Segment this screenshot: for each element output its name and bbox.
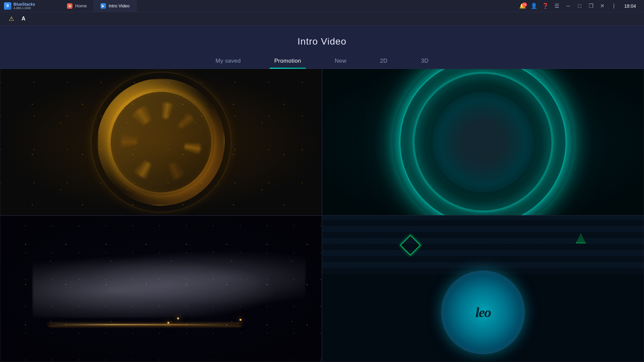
page-header: Intro Video xyxy=(0,25,644,54)
close-button[interactable]: ✕ xyxy=(597,2,607,10)
restore-button[interactable]: ❐ xyxy=(586,2,596,10)
clock-display: 18:04 xyxy=(620,3,640,9)
utility-bar: ⚠ A xyxy=(0,12,644,25)
tab-promotion[interactable]: Promotion xyxy=(258,54,318,68)
star-trail xyxy=(49,324,241,325)
cyan-burst-element xyxy=(399,69,567,216)
golden-ring-element xyxy=(97,78,225,206)
video-thumbnail-4: leo xyxy=(322,216,644,362)
intro-tab-label: Intro Video xyxy=(109,3,130,8)
tab-intro-video[interactable]: ▶ Intro Video xyxy=(94,0,137,12)
video-cell-2[interactable] xyxy=(322,69,644,216)
account-button[interactable]: 👤 xyxy=(529,2,539,10)
title-bar: B BlueStacks 4.280.1.1002 🏠 Home ▶ Intro… xyxy=(0,0,644,12)
video-thumbnail-2 xyxy=(322,69,644,215)
nav-tabs: My saved Promotion New 2D 3D xyxy=(0,54,644,69)
app-brand: B BlueStacks 4.280.1.1002 xyxy=(0,2,60,10)
bright-star-1 xyxy=(177,317,179,319)
bright-star-3 xyxy=(239,319,241,321)
font-toggle-icon[interactable]: A xyxy=(19,14,28,23)
tab-2d[interactable]: 2D xyxy=(363,54,404,68)
warning-icon[interactable]: ⚠ xyxy=(7,14,16,23)
ring-tendrils xyxy=(97,78,225,206)
bluestacks-logo: B BlueStacks 4.280.1.1002 xyxy=(4,2,35,10)
help-button[interactable]: ❓ xyxy=(540,2,550,10)
tab-my-saved[interactable]: My saved xyxy=(199,54,258,68)
app-logo-icon: B xyxy=(4,2,11,10)
titlebar-controls: 🔔 16 👤 ❓ ☰ ─ □ ❐ ✕ ⟩ 18:04 xyxy=(514,2,644,10)
page-title: Intro Video xyxy=(0,36,644,47)
video-cell-3[interactable] xyxy=(0,216,322,362)
tab-home[interactable]: 🏠 Home xyxy=(60,0,94,12)
main-content: Intro Video My saved Promotion New 2D 3D xyxy=(0,25,644,362)
menu-button[interactable]: ☰ xyxy=(552,2,562,10)
video-thumbnail-3 xyxy=(0,216,322,362)
app-name-version: BlueStacks 4.280.1.1002 xyxy=(13,2,35,10)
app-version: 4.280.1.1002 xyxy=(13,7,35,10)
video-cell-1[interactable] xyxy=(0,69,322,216)
video-cell-4[interactable]: leo xyxy=(322,216,644,362)
logo-text: leo xyxy=(475,305,490,319)
minimize-button[interactable]: ─ xyxy=(563,2,573,10)
app-name: BlueStacks xyxy=(13,2,35,7)
sidebar-toggle-button[interactable]: ⟩ xyxy=(609,2,619,10)
intro-tab-icon: ▶ xyxy=(101,3,106,9)
window-tabs: 🏠 Home ▶ Intro Video xyxy=(60,0,514,12)
maximize-button[interactable]: □ xyxy=(575,2,585,10)
tab-new[interactable]: New xyxy=(318,54,363,68)
video-thumbnail-1 xyxy=(0,69,322,215)
video-grid: leo xyxy=(0,69,644,362)
dark-bars-bg xyxy=(322,216,644,274)
home-tab-label: Home xyxy=(75,3,87,8)
logo-circle: leo xyxy=(441,270,525,354)
notification-badge: 16 xyxy=(522,2,527,7)
nebula-cloud xyxy=(33,251,306,318)
notification-button[interactable]: 🔔 16 xyxy=(518,2,528,10)
bright-star-2 xyxy=(167,322,169,324)
cyan-core xyxy=(433,92,533,192)
tab-3d[interactable]: 3D xyxy=(404,54,445,68)
home-tab-icon: 🏠 xyxy=(67,3,72,9)
